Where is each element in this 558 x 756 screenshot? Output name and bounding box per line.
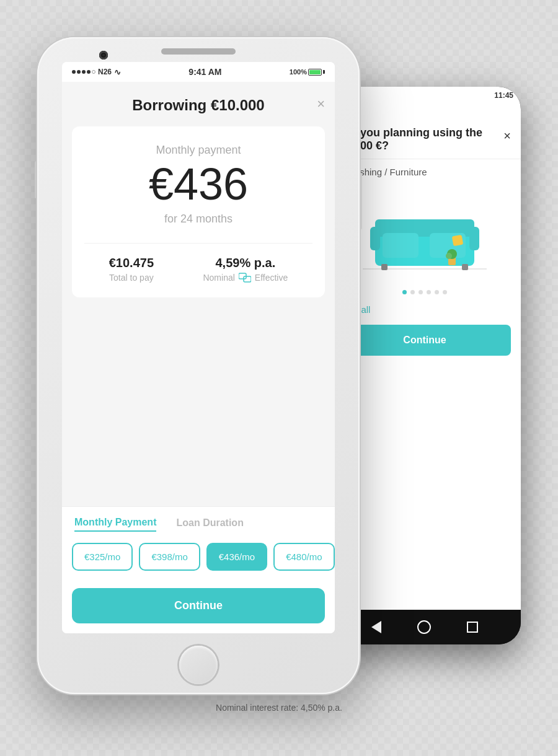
total-pay-col: €10.475 Total to pay [109,256,154,283]
svg-rect-7 [370,227,380,250]
android-continue-button[interactable]: Continue [339,325,511,356]
dot-4 [427,290,431,294]
wifi-icon: ∿ [114,68,121,77]
battery-cap [323,70,325,74]
android-time: 11:45 [494,91,513,100]
caption: Nominal interest rate: 4,50% p.a. [216,703,342,713]
ios-tabs-row: Monthly Payment Loan Duration [62,507,335,537]
rate-label-row: Nominal Effective [203,273,288,283]
battery-fill [309,70,321,74]
ios-screen: N26 ∿ 9:41 AM 100% × Borrowing €10.000 [62,62,335,633]
ios-title: Borrowing €10.000 [74,97,322,114]
battery-icon: 100% [290,68,325,76]
sofa-svg [356,195,493,275]
tab-loan-duration[interactable]: Loan Duration [176,517,243,531]
status-left: N26 ∿ [72,68,121,77]
dot-s1 [72,70,76,74]
total-label: Total to pay [109,273,154,283]
ios-camera [99,51,108,59]
dot-1 [402,290,407,294]
monthly-label: Monthly payment [84,144,312,157]
option-btn-3[interactable]: €480/mo [273,543,334,571]
svg-rect-3 [383,233,418,258]
ios-side-btn-left [35,161,37,198]
dot-6 [443,290,447,294]
ios-screen-content: × Borrowing €10.000 Monthly payment €436… [62,82,335,633]
option-btn-0[interactable]: €325/mo [72,543,133,571]
dot-3 [418,290,423,294]
ios-main-card: Monthly payment €436 for 24 months €10.4… [72,126,325,297]
nominal-label: Nominal [203,273,234,283]
svg-point-11 [446,253,452,259]
scene: 📳 ▼ 11:45 × Are you planning using the 1… [37,37,521,719]
dot-s5 [92,70,95,74]
exchange-icon [239,273,251,283]
ios-options-row: €325/mo €398/mo €436/mo €480/mo [62,537,335,581]
svg-rect-12 [452,235,464,247]
dot-s4 [87,70,91,74]
android-close-button[interactable]: × [503,129,511,143]
ios-top [37,37,360,55]
battery-pct: 100% [290,68,307,76]
ios-continue-button[interactable]: Continue [72,588,325,623]
ios-status-bar: N26 ∿ 9:41 AM 100% [62,62,335,82]
ios-phone: N26 ∿ 9:41 AM 100% × Borrowing €10.000 [37,37,360,694]
rate-value: 4,59% p.a. [203,256,288,270]
svg-rect-8 [469,227,479,250]
home-icon[interactable] [417,620,431,634]
dot-s2 [77,70,81,74]
status-time: 9:41 AM [188,67,221,77]
svg-rect-5 [381,264,388,270]
ios-close-button[interactable]: × [317,96,325,112]
ios-home-button[interactable] [179,646,218,684]
rate-col: 4,59% p.a. Nominal Effective [203,256,288,283]
option-btn-1[interactable]: €398/mo [139,543,200,571]
ios-screen-header: × Borrowing €10.000 [62,82,335,126]
dot-5 [435,290,439,294]
loan-duration: for 24 months [84,213,312,226]
option-btn-2[interactable]: €436/mo [206,543,267,571]
tab-monthly-payment[interactable]: Monthly Payment [74,517,156,532]
monthly-amount: €436 [84,162,312,206]
total-value: €10.475 [109,256,154,270]
effective-label: Effective [255,273,288,283]
signal-dots [72,70,95,74]
back-icon[interactable] [371,621,381,633]
svg-rect-6 [462,264,468,270]
ios-tabs-section: Monthly Payment Loan Duration €325/mo €3… [62,506,335,633]
carrier-name: N26 [98,68,112,76]
dot-s3 [82,70,86,74]
loan-details-row: €10.475 Total to pay 4,59% p.a. Nominal [84,243,312,283]
dot-2 [410,290,415,294]
ios-side-btn-right [360,174,362,229]
ios-speaker [161,48,236,55]
battery-body [308,69,322,76]
recents-icon[interactable] [467,622,478,633]
